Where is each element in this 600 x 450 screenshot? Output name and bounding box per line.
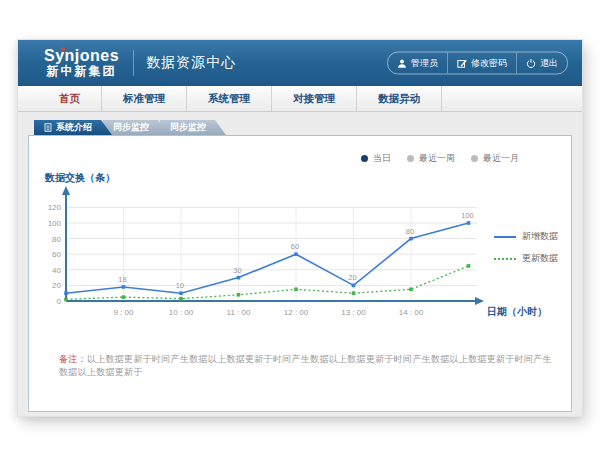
data-point xyxy=(352,284,356,288)
brand-text: Synjones xyxy=(44,48,119,65)
data-point xyxy=(409,237,413,241)
radio-today[interactable]: 当日 xyxy=(361,152,391,165)
y-tick-label: 60 xyxy=(52,250,61,259)
legend-label: 更新数据 xyxy=(522,252,558,265)
nav-item-system[interactable]: 系统管理 xyxy=(187,86,272,111)
legend-item-0: 新增数据 xyxy=(494,230,558,243)
x-tick-label: 11 : 00 xyxy=(227,308,251,317)
data-point xyxy=(352,291,356,295)
data-point xyxy=(237,276,241,280)
app-header: Synjones 新中新集团 数据资源中心 管理员修改密码退出 xyxy=(18,40,582,86)
radio-last-month[interactable]: 最近一月 xyxy=(471,152,519,165)
radio-label: 最近一周 xyxy=(419,152,455,165)
point-label: 100 xyxy=(461,211,474,220)
company-logo: Synjones 新中新集团 xyxy=(44,48,119,77)
nav-item-integration[interactable]: 对接管理 xyxy=(272,86,357,111)
point-label: 18 xyxy=(118,275,126,284)
chart-x-axis-title: 日期（小时） xyxy=(487,306,547,317)
legend-item-1: 更新数据 xyxy=(494,252,558,265)
y-tick-label: 20 xyxy=(52,281,61,290)
data-point xyxy=(294,252,298,256)
tab-bar: 系统介绍同步监控同步监控 xyxy=(34,120,217,135)
content-area: 系统介绍同步监控同步监控 当日最近一周最近一月 数据交换（条） 02040608… xyxy=(18,112,582,416)
radio-dot xyxy=(407,155,414,162)
app-window: Synjones 新中新集团 数据资源中心 管理员修改密码退出 首页标准管理系统… xyxy=(18,40,582,416)
document-icon xyxy=(44,123,52,132)
data-point xyxy=(179,291,183,295)
x-tick-label: 13 : 00 xyxy=(341,308,366,317)
line-chart: 0204060801001209 : 0010 : 0011 : 0012 : … xyxy=(29,181,573,329)
tab-label: 同步监控 xyxy=(170,121,206,134)
tab-sync-monitor-1[interactable]: 同步监控 xyxy=(103,120,169,135)
note-text: 以上数据更新于时间产生数据以上数据更新于时间产生数据以上数据更新于时间产生数据以… xyxy=(59,354,552,377)
data-point xyxy=(179,297,183,301)
data-point xyxy=(122,285,126,289)
app-title: 数据资源中心 xyxy=(146,54,236,72)
data-point xyxy=(294,288,298,292)
user-menu-item-logout[interactable]: 退出 xyxy=(516,53,567,74)
y-tick-label: 120 xyxy=(48,203,62,212)
user-menu: 管理员修改密码退出 xyxy=(387,52,568,75)
radio-label: 最近一月 xyxy=(483,152,519,165)
user-menu-item-user[interactable]: 管理员 xyxy=(388,53,447,74)
radio-last-week[interactable]: 最近一周 xyxy=(407,152,455,165)
tab-system-intro[interactable]: 系统介绍 xyxy=(34,120,112,135)
nav-item-standards[interactable]: 标准管理 xyxy=(102,86,187,111)
main-panel: 当日最近一周最近一月 数据交换（条） 0204060801001209 : 00… xyxy=(28,135,572,412)
tab-sync-monitor-2[interactable]: 同步监控 xyxy=(160,120,226,135)
x-tick-label: 9 : 00 xyxy=(113,308,134,317)
company-name-text: 新中新集团 xyxy=(44,65,119,78)
legend-line-sample xyxy=(494,236,516,238)
x-tick-label: 12 : 00 xyxy=(284,308,309,317)
main-nav: 首页标准管理系统管理对接管理数据异动 xyxy=(18,86,582,112)
radio-dot xyxy=(361,155,368,162)
user-menu-label: 修改密码 xyxy=(471,57,507,70)
date-range-filter: 当日最近一周最近一月 xyxy=(361,152,519,165)
point-label: 10 xyxy=(176,281,184,290)
x-tick-label: 14 : 00 xyxy=(399,308,424,317)
user-icon xyxy=(397,58,407,68)
y-axis-arrow xyxy=(62,186,70,195)
point-label: 30 xyxy=(233,266,241,275)
y-tick-label: 40 xyxy=(52,266,61,275)
footer-note: 备注：以上数据更新于时间产生数据以上数据更新于时间产生数据以上数据更新于时间产生… xyxy=(59,353,553,379)
user-menu-item-change-password[interactable]: 修改密码 xyxy=(447,53,516,74)
point-label: 60 xyxy=(291,242,299,251)
note-label: 备注： xyxy=(59,354,87,364)
data-point xyxy=(409,288,413,292)
data-point xyxy=(467,264,471,268)
legend-line-sample xyxy=(494,258,516,260)
power-icon xyxy=(526,58,536,68)
nav-item-home[interactable]: 首页 xyxy=(38,86,102,111)
point-label: 20 xyxy=(348,273,356,282)
x-axis-arrow xyxy=(475,297,484,305)
radio-dot xyxy=(471,155,478,162)
radio-label: 当日 xyxy=(373,152,391,165)
y-tick-label: 100 xyxy=(48,219,62,228)
data-point xyxy=(64,298,68,302)
y-tick-label: 80 xyxy=(52,235,61,244)
chart-legend: 新增数据更新数据 xyxy=(494,230,558,274)
point-label: 80 xyxy=(406,227,414,236)
data-point xyxy=(64,291,68,295)
user-menu-label: 管理员 xyxy=(411,57,438,70)
tab-label: 系统介绍 xyxy=(56,121,92,134)
header-divider xyxy=(133,50,134,76)
data-point xyxy=(122,295,126,299)
tab-label: 同步监控 xyxy=(113,121,149,134)
x-tick-label: 10 : 00 xyxy=(169,308,194,317)
y-tick-label: 0 xyxy=(57,297,62,306)
user-menu-label: 退出 xyxy=(540,57,558,70)
edit-icon xyxy=(457,58,467,68)
nav-item-data-change[interactable]: 数据异动 xyxy=(357,86,442,111)
data-point xyxy=(237,293,241,297)
data-point xyxy=(467,221,471,225)
legend-label: 新增数据 xyxy=(522,230,558,243)
